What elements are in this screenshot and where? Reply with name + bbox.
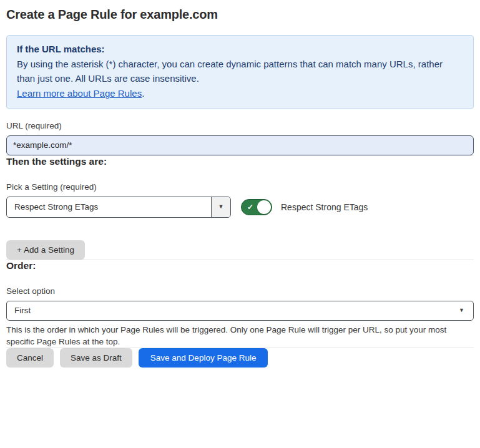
url-input[interactable]: [6, 135, 474, 155]
settings-section-heading: Then the settings are:: [6, 156, 474, 167]
setting-select-caret-button[interactable]: ▼: [211, 197, 230, 217]
cancel-button[interactable]: Cancel: [6, 348, 54, 368]
order-help-text: This is the order in which your Page Rul…: [6, 324, 474, 348]
check-icon: ✓: [247, 202, 253, 211]
order-select-value: First: [7, 306, 459, 315]
save-deploy-button[interactable]: Save and Deploy Page Rule: [139, 348, 268, 368]
info-box-link-line: Learn more about Page Rules.: [17, 86, 463, 101]
url-field-label: URL (required): [6, 121, 474, 130]
caret-down-icon: ▼: [459, 308, 464, 313]
setting-toggle[interactable]: ✓: [241, 199, 272, 215]
setting-row: Respect Strong ETags ▼ ✓ Respect Strong …: [6, 197, 474, 218]
toggle-knob: [257, 200, 271, 214]
order-select-label: Select option: [6, 286, 474, 296]
setting-select[interactable]: Respect Strong ETags ▼: [6, 197, 231, 218]
create-page-rule-form: Create a Page Rule for example.com If th…: [0, 0, 480, 374]
link-suffix: .: [142, 88, 144, 99]
learn-more-link[interactable]: Learn more about Page Rules: [17, 88, 142, 99]
page-title: Create a Page Rule for example.com: [6, 7, 474, 22]
footer-actions: Cancel Save as Draft Save and Deploy Pag…: [6, 348, 474, 368]
setting-select-value: Respect Strong ETags: [7, 202, 211, 212]
info-box-heading: If the URL matches:: [17, 42, 463, 57]
save-draft-button[interactable]: Save as Draft: [60, 348, 132, 368]
url-match-info-box: If the URL matches: By using the asteris…: [6, 35, 474, 109]
setting-toggle-label: Respect Strong ETags: [281, 202, 368, 212]
order-section-heading: Order:: [6, 260, 474, 271]
order-select[interactable]: First ▼: [6, 301, 474, 321]
add-setting-button[interactable]: + Add a Setting: [6, 240, 85, 260]
info-box-body: By using the asterisk (*) character, you…: [17, 57, 463, 86]
setting-picker-label: Pick a Setting (required): [6, 182, 474, 192]
caret-down-icon: ▼: [218, 204, 224, 210]
